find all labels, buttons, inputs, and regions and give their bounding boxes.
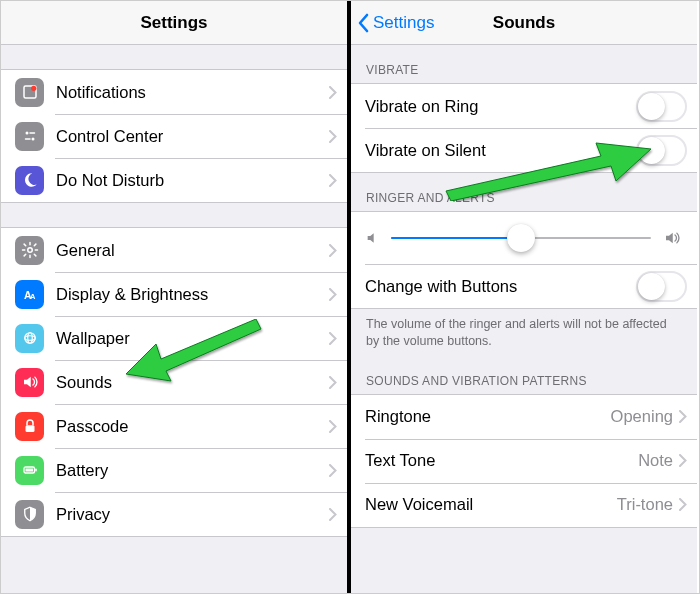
- sounds-icon: [15, 368, 44, 397]
- row-label: Notifications: [56, 83, 146, 102]
- row-label: Privacy: [56, 505, 110, 524]
- ringer-group: Change with Buttons: [351, 211, 697, 309]
- settings-root-pane: Settings Notifications Control Center: [1, 1, 351, 593]
- row-ringer-volume[interactable]: [351, 212, 697, 264]
- dnd-icon: [15, 166, 44, 195]
- navbar-left: Settings: [1, 1, 347, 45]
- row-label: Sounds: [56, 373, 112, 392]
- toggle-change-with-buttons[interactable]: [636, 271, 687, 302]
- row-sounds[interactable]: Sounds: [1, 360, 347, 404]
- chevron-icon: [329, 376, 337, 389]
- volume-high-icon: [661, 229, 683, 247]
- row-detail: Tri-tone: [617, 495, 673, 514]
- svg-point-6: [27, 248, 32, 253]
- row-do-not-disturb[interactable]: Do Not Disturb: [1, 158, 347, 202]
- back-label: Settings: [373, 13, 434, 33]
- navbar-right: Settings Sounds: [351, 1, 697, 45]
- chevron-icon: [329, 332, 337, 345]
- row-battery[interactable]: Battery: [1, 448, 347, 492]
- row-text-tone[interactable]: Text Tone Note: [351, 439, 697, 483]
- battery-icon: [15, 456, 44, 485]
- display-icon: AA: [15, 280, 44, 309]
- svg-point-1: [31, 86, 36, 91]
- row-label: Display & Brightness: [56, 285, 208, 304]
- row-general[interactable]: General: [1, 228, 347, 272]
- chevron-icon: [679, 410, 687, 423]
- svg-point-4: [31, 138, 34, 141]
- row-display-brightness[interactable]: AA Display & Brightness: [1, 272, 347, 316]
- row-label: Do Not Disturb: [56, 171, 164, 190]
- row-label: General: [56, 241, 115, 260]
- svg-rect-5: [24, 138, 30, 140]
- row-label: Wallpaper: [56, 329, 130, 348]
- row-notifications[interactable]: Notifications: [1, 70, 347, 114]
- control-center-icon: [15, 122, 44, 151]
- row-detail: Opening: [611, 407, 673, 426]
- row-change-with-buttons[interactable]: Change with Buttons: [351, 264, 697, 308]
- row-passcode[interactable]: Passcode: [1, 404, 347, 448]
- toggle-vibrate-on-silent[interactable]: [636, 135, 687, 166]
- volume-slider[interactable]: [391, 224, 651, 252]
- svg-rect-15: [25, 469, 33, 472]
- row-label: Ringtone: [365, 407, 431, 426]
- settings-group-2: General AA Display & Brightness Wallpape…: [1, 227, 347, 537]
- wallpaper-icon: [15, 324, 44, 353]
- section-header-vibrate: VIBRATE: [351, 45, 697, 83]
- chevron-icon: [329, 288, 337, 301]
- chevron-icon: [329, 420, 337, 433]
- chevron-icon: [329, 464, 337, 477]
- svg-rect-14: [35, 469, 37, 472]
- svg-point-2: [25, 132, 28, 135]
- settings-group-1: Notifications Control Center Do Not Dist…: [1, 69, 347, 203]
- vibrate-group: Vibrate on Ring Vibrate on Silent: [351, 83, 697, 173]
- svg-point-9: [24, 333, 35, 344]
- back-button[interactable]: Settings: [351, 13, 434, 33]
- section-header-patterns: SOUNDS AND VIBRATION PATTERNS: [351, 356, 697, 394]
- row-label: Battery: [56, 461, 108, 480]
- general-icon: [15, 236, 44, 265]
- chevron-icon: [679, 454, 687, 467]
- row-ringtone[interactable]: Ringtone Opening: [351, 395, 697, 439]
- row-label: Text Tone: [365, 451, 435, 470]
- svg-rect-12: [25, 425, 34, 432]
- row-label: Passcode: [56, 417, 128, 436]
- row-label: Vibrate on Ring: [365, 97, 478, 116]
- patterns-group: Ringtone Opening Text Tone Note New Voic…: [351, 394, 697, 528]
- notifications-icon: [15, 78, 44, 107]
- row-label: Vibrate on Silent: [365, 141, 486, 160]
- chevron-icon: [329, 244, 337, 257]
- chevron-icon: [329, 130, 337, 143]
- passcode-icon: [15, 412, 44, 441]
- section-header-ringer: RINGER AND ALERTS: [351, 173, 697, 211]
- row-label: Control Center: [56, 127, 163, 146]
- volume-low-icon: [365, 230, 381, 246]
- row-vibrate-on-silent[interactable]: Vibrate on Silent: [351, 128, 697, 172]
- svg-text:A: A: [30, 292, 36, 301]
- page-title: Settings: [1, 13, 347, 33]
- row-label: Change with Buttons: [365, 277, 517, 296]
- chevron-icon: [329, 508, 337, 521]
- row-control-center[interactable]: Control Center: [1, 114, 347, 158]
- chevron-icon: [329, 174, 337, 187]
- chevron-icon: [679, 498, 687, 511]
- ringer-footer: The volume of the ringer and alerts will…: [351, 309, 697, 356]
- chevron-icon: [329, 86, 337, 99]
- svg-point-11: [27, 333, 32, 344]
- row-privacy[interactable]: Privacy: [1, 492, 347, 536]
- svg-point-10: [24, 336, 35, 341]
- row-label: New Voicemail: [365, 495, 473, 514]
- row-vibrate-on-ring[interactable]: Vibrate on Ring: [351, 84, 697, 128]
- privacy-icon: [15, 500, 44, 529]
- row-new-voicemail[interactable]: New Voicemail Tri-tone: [351, 483, 697, 527]
- sounds-pane: Settings Sounds VIBRATE Vibrate on Ring …: [351, 1, 697, 593]
- svg-rect-3: [29, 132, 35, 134]
- slider-thumb[interactable]: [507, 224, 535, 252]
- row-wallpaper[interactable]: Wallpaper: [1, 316, 347, 360]
- toggle-vibrate-on-ring[interactable]: [636, 91, 687, 122]
- row-detail: Note: [638, 451, 673, 470]
